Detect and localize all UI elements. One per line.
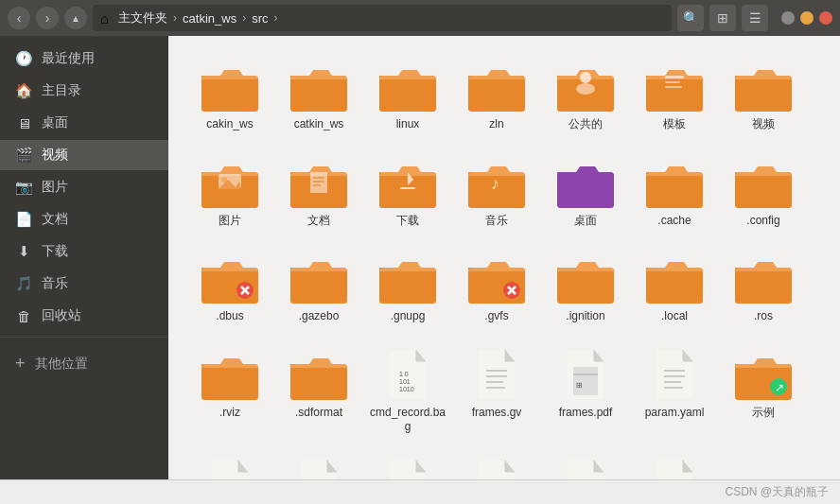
file-label: frames.gv <box>472 406 522 421</box>
recent-icon: 🕐 <box>15 50 32 67</box>
breadcrumb-home[interactable]: 主文件夹 <box>114 9 171 26</box>
file-item[interactable]: .cache <box>632 148 717 236</box>
file-label: .gvfs <box>484 309 508 324</box>
file-item[interactable]: zln <box>454 51 539 140</box>
file-icon <box>733 155 794 210</box>
file-item[interactable]: .profile <box>543 450 628 479</box>
file-item[interactable]: .gvfs <box>454 243 539 332</box>
sidebar-item-photos[interactable]: 📷 图片 <box>0 172 168 202</box>
file-icon <box>200 251 260 305</box>
file-label: 图片 <box>219 214 241 229</box>
minimize-button[interactable] <box>781 11 795 25</box>
statusbar: CSDN @天真的瓶子 <box>0 479 840 504</box>
file-item[interactable]: ⊞ frames.pdf <box>543 339 628 443</box>
sidebar-item-desktop[interactable]: 🖥 桌面 <box>0 108 168 138</box>
desktop-icon: 🖥 <box>15 114 32 131</box>
file-item[interactable]: .bashrc <box>365 450 450 479</box>
sidebar-add-locations[interactable]: + 其他位置 <box>0 347 168 380</box>
sidebar-item-trash[interactable]: 🗑 回收站 <box>0 301 168 331</box>
music-icon: 🎵 <box>15 275 32 292</box>
file-item[interactable]: 公共的 <box>543 51 628 140</box>
file-item[interactable]: param.yaml <box>632 339 717 443</box>
up-button[interactable]: ▲ <box>64 7 87 29</box>
videos-icon: 🎬 <box>15 147 32 164</box>
file-item[interactable]: .ignition <box>543 243 628 332</box>
sidebar-item-home[interactable]: 🏠 主目录 <box>0 76 168 106</box>
sidebar-item-videos[interactable]: 🎬 视频 <box>0 140 168 170</box>
file-icon <box>200 347 260 402</box>
svg-text:101: 101 <box>399 378 411 385</box>
svg-marker-78 <box>505 461 515 472</box>
file-item[interactable]: .ICEauthority <box>454 450 539 479</box>
file-item[interactable]: .sudo_as_admin_successful <box>632 450 717 479</box>
file-label: 模板 <box>663 117 686 132</box>
file-icon <box>466 59 527 113</box>
file-item[interactable]: 视频 <box>721 51 806 140</box>
file-item[interactable]: ↗ 示例 <box>721 339 806 443</box>
close-button[interactable] <box>819 11 832 25</box>
sidebar-item-music[interactable]: 🎵 音乐 <box>0 269 168 299</box>
file-item[interactable]: .gazebo <box>276 243 361 332</box>
home-icon: 🏠 <box>15 82 32 99</box>
file-item[interactable]: .rviz <box>187 339 272 443</box>
file-item[interactable]: .local <box>632 243 717 332</box>
titlebar: ‹ › ▲ ⌂ 主文件夹 › catkin_ws › src › 🔍 ⊞ ☰ <box>0 0 840 36</box>
file-label: .ignition <box>566 309 604 324</box>
file-item[interactable]: ♪ 音乐 <box>454 148 539 236</box>
file-item[interactable]: .bash_logout <box>276 450 361 479</box>
svg-marker-54 <box>238 461 248 472</box>
svg-marker-22 <box>416 350 426 361</box>
file-item[interactable]: .sdformat <box>276 339 361 443</box>
sidebar-label-music: 音乐 <box>42 275 68 292</box>
forward-button[interactable]: › <box>36 7 59 29</box>
file-icon <box>377 458 438 479</box>
file-item[interactable]: linux <box>365 51 450 140</box>
breadcrumb-catkin[interactable]: catkin_ws <box>179 11 240 26</box>
svg-rect-2 <box>665 76 684 78</box>
file-item[interactable]: 模板 <box>632 51 717 140</box>
file-item[interactable]: 桌面 <box>543 148 628 236</box>
breadcrumb-src[interactable]: src <box>248 11 271 26</box>
file-icon <box>555 251 616 305</box>
file-item[interactable]: 下载 <box>365 148 450 236</box>
file-item[interactable]: .ros <box>721 243 806 332</box>
file-icon <box>377 251 438 305</box>
file-item[interactable]: 1 0 101 1010 cmd_record.bag <box>365 339 450 443</box>
svg-rect-3 <box>665 81 680 83</box>
file-label: 视频 <box>752 117 775 132</box>
file-icon <box>644 155 705 210</box>
file-icon <box>466 458 527 479</box>
svg-marker-44 <box>683 350 692 361</box>
main-layout: 🕐 最近使用 🏠 主目录 🖥 桌面 🎬 视频 📷 图片 📄 文档 ⬇ 下载 🎵 <box>0 36 840 479</box>
file-item[interactable]: 图片 <box>187 148 272 236</box>
file-item[interactable]: .gnupg <box>365 243 450 332</box>
view-button[interactable]: ⊞ <box>709 5 736 31</box>
svg-text:1010: 1010 <box>399 386 414 392</box>
file-content: cakin_ws catkin_ws linux zln 公共的 模板 <box>168 36 840 479</box>
watermark: CSDN @天真的瓶子 <box>725 484 829 500</box>
file-item[interactable]: catkin_ws <box>276 51 361 140</box>
file-item[interactable]: frames.gv <box>454 339 539 443</box>
file-item[interactable]: cakin_ws <box>187 51 272 140</box>
file-item[interactable]: 文档 <box>276 148 361 236</box>
file-icon <box>555 59 616 113</box>
menu-button[interactable]: ☰ <box>742 5 768 31</box>
svg-text:⊞: ⊞ <box>576 381 583 390</box>
file-label: .ros <box>754 309 773 324</box>
maximize-button[interactable] <box>800 11 814 25</box>
file-label: linux <box>396 117 420 132</box>
file-label: .rviz <box>219 406 240 421</box>
sidebar-item-docs[interactable]: 📄 文档 <box>0 204 168 235</box>
file-item[interactable]: .bash_history <box>187 450 272 479</box>
file-item[interactable]: .dbus <box>187 243 272 332</box>
back-button[interactable]: ‹ <box>8 7 30 29</box>
sidebar-item-downloads[interactable]: ⬇ 下载 <box>0 236 168 267</box>
file-item[interactable]: .config <box>721 148 806 236</box>
svg-rect-4 <box>665 86 682 88</box>
sidebar-item-recent[interactable]: 🕐 最近使用 <box>0 43 168 74</box>
sidebar-divider <box>0 337 168 338</box>
file-icon <box>289 155 349 210</box>
search-button[interactable]: 🔍 <box>677 5 704 31</box>
docs-icon: 📄 <box>15 211 32 228</box>
file-label: frames.pdf <box>559 406 613 421</box>
